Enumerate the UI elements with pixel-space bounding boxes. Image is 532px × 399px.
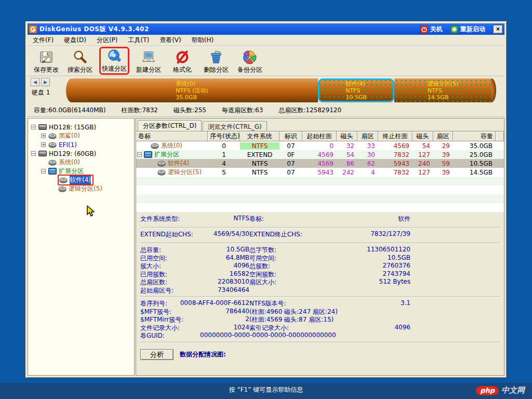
table-cell: 4 xyxy=(208,160,240,167)
disk-bar-segment[interactable]: 系统(0)NTFS (活动)35.0GB xyxy=(66,78,318,102)
table-row[interactable]: −扩展分区1EXTEND0F4569543078321273925.0GB xyxy=(136,150,504,159)
tree-expander-icon[interactable]: − xyxy=(31,151,36,156)
section-divider xyxy=(140,243,500,244)
section-divider xyxy=(140,342,500,343)
shutdown-button[interactable]: 关机 xyxy=(420,25,443,34)
detail-row: 卷序列号:0008-AFF4-000F-6612NTFS版本号:3.1 xyxy=(140,299,500,308)
previous-disk-button[interactable]: ◀ xyxy=(31,78,39,86)
detail-label xyxy=(249,286,325,295)
table-header-cell-1[interactable]: 序号(状态) xyxy=(208,131,240,141)
table-cell: 4569 xyxy=(378,142,413,150)
detail-value: 0008-AFF4-000F-6612 xyxy=(200,299,249,308)
tree-item[interactable]: 逻辑分区(5) xyxy=(28,184,134,193)
toolbar-button-backup[interactable]: 备份分区 xyxy=(235,49,264,75)
help-hint-text: 按 “F1” 键可显示帮助信息 xyxy=(0,385,532,394)
disk-bar-segment[interactable]: 软件(4)NTFS10.5GB xyxy=(318,78,394,102)
disk-partition-bar: 系统(0)NTFS (活动)35.0GB软件(4)NTFS10.5GB逻辑分区(… xyxy=(66,78,500,102)
tree-item[interactable]: +黑鲨(0) xyxy=(28,131,134,140)
table-header-cell-2[interactable]: 文件系统 xyxy=(240,131,280,141)
detail-value: 73406464 xyxy=(200,286,249,295)
close-button[interactable]: × xyxy=(493,25,503,34)
table-row[interactable]: 逻辑分区(5)5NTFS075943242478321273914.5GB xyxy=(136,168,504,177)
tree-expander-icon[interactable]: + xyxy=(41,142,46,147)
detail-label: 总容量: xyxy=(140,246,200,255)
tree-expander-icon[interactable]: − xyxy=(31,125,36,129)
toolbar: 保存更改搜索分区快速分区新建分区格式化删除分区备份分区 xyxy=(28,46,504,76)
table-header-cell-9[interactable]: 扇区 xyxy=(433,131,453,141)
menu-item-5[interactable]: 帮助(H) xyxy=(192,36,214,45)
toolbar-button-search[interactable]: 搜索分区 xyxy=(65,49,95,75)
tree-item-label: 软件(4) xyxy=(70,176,91,184)
table-cell: 29 xyxy=(433,142,453,150)
menu-item-3[interactable]: 工具(T) xyxy=(128,36,149,45)
table-cell: 39 xyxy=(433,151,453,158)
tree-item[interactable]: −HD128: (15GB) xyxy=(28,123,134,131)
toolbar-button-label: 搜索分区 xyxy=(68,65,92,74)
table-header-cell-4[interactable]: 起始柱面 xyxy=(302,131,337,141)
menu-item-0[interactable]: 文件(F) xyxy=(33,36,54,45)
table-header-cell-0[interactable]: 卷标 xyxy=(136,131,208,141)
table-row[interactable]: 系统(0)0NTFS07032334569542935.0GB xyxy=(136,141,504,150)
shutdown-label: 关机 xyxy=(430,25,443,34)
toolbar-button-delete[interactable]: 删除分区 xyxy=(202,49,231,75)
tree-node: HD129: (60GB) xyxy=(38,150,97,157)
tree-expander-icon[interactable]: + xyxy=(41,134,46,138)
details-section: 文件系统类型:NTFS卷标:软件EXTEND起始CHS:4569/54/30EX… xyxy=(136,212,504,346)
table-body: 系统(0)0NTFS07032334569542935.0GB−扩展分区1EXT… xyxy=(136,141,504,212)
tree-item[interactable]: 系统(0) xyxy=(28,158,134,167)
toolbar-button-save[interactable]: 保存更改 xyxy=(32,49,61,75)
disk-bar-segment[interactable]: 逻辑分区(5)NTFS14.5GB xyxy=(394,78,491,102)
analyze-button[interactable]: 分析 xyxy=(140,349,174,360)
table-row-label-cell: 软件(4) xyxy=(136,159,208,168)
menu-item-2[interactable]: 分区(P) xyxy=(97,36,118,45)
partition-icon xyxy=(157,169,166,176)
table-cell: 32 xyxy=(337,142,357,150)
tree-item[interactable]: +EFI(1) xyxy=(28,140,134,149)
tab-0[interactable]: 分区参数(CTRL_D) xyxy=(138,120,202,131)
tab-1[interactable]: 浏览文件(CTRL_G) xyxy=(203,121,267,131)
row-expander-icon[interactable]: − xyxy=(137,152,142,157)
table-header-row: 卷标序号(状态)文件系统标识起始柱面磁头扇区终止柱面磁头扇区容量 xyxy=(136,131,504,141)
table-row[interactable]: 软件(4)4NTFS074569866259432405910.5GB xyxy=(136,159,504,168)
partition-table: 卷标序号(状态)文件系统标识起始柱面磁头扇区终止柱面磁头扇区容量 系统(0)0N… xyxy=(136,131,504,212)
table-header-cell-10[interactable]: 容量 xyxy=(453,131,496,141)
partition-icon xyxy=(151,142,159,149)
menu-bar: 文件(F)硬盘(D)分区(P)工具(T)查看(V)帮助(H) xyxy=(28,35,504,46)
partition-detail-panel: 分区参数(CTRL_D)浏览文件(CTRL_G) 卷标序号(状态)文件系统标识起… xyxy=(136,118,504,376)
next-disk-button[interactable]: ▶ xyxy=(41,78,50,86)
menu-item-1[interactable]: 硬盘(D) xyxy=(64,36,86,45)
table-header-cell-5[interactable]: 磁头 xyxy=(337,131,357,141)
menu-item-4[interactable]: 查看(V) xyxy=(159,36,181,45)
restart-button[interactable]: 重新启动 xyxy=(450,25,485,34)
extended-partition-icon xyxy=(144,151,152,158)
quick-partition-icon xyxy=(107,48,122,64)
table-cell: 4569 xyxy=(302,151,337,158)
table-empty-row xyxy=(136,177,504,185)
table-cell: 07 xyxy=(280,160,302,167)
window-title: DiskGenius DOS版 V4.9.3.402 xyxy=(39,25,418,34)
toolbar-button-new-partition[interactable]: 新建分区 xyxy=(134,49,163,75)
partition-icon xyxy=(48,159,57,166)
tree-node: 系统(0) xyxy=(48,158,81,167)
title-bar: DiskGenius DOS版 V4.9.3.402 关机 重新启动 × xyxy=(28,23,504,35)
table-cell: 242 xyxy=(337,169,357,176)
table-header-cell-8[interactable]: 磁头 xyxy=(413,131,433,141)
detail-row: 文件记录大小:1024索引记录大小:4096 xyxy=(140,324,500,332)
power-icon xyxy=(420,25,428,33)
table-header-cell-7[interactable]: 终止柱面 xyxy=(378,131,413,141)
table-header-cell-6[interactable]: 扇区 xyxy=(357,131,378,141)
disk-info-item-2: 磁头数:255 xyxy=(174,106,206,115)
toolbar-button-format[interactable]: 格式化 xyxy=(168,49,197,75)
brand-suffix: 中文网 xyxy=(501,385,525,395)
toolbar-button-quick-partition[interactable]: 快速分区 xyxy=(99,47,129,75)
tree-item-selected[interactable]: 软件(4) xyxy=(28,176,134,184)
detail-value: 2760376 xyxy=(325,262,410,271)
table-header-cell-3[interactable]: 标识 xyxy=(280,131,302,141)
diskgenius-window: DiskGenius DOS版 V4.9.3.402 关机 重新启动 × 文件(… xyxy=(25,21,507,378)
disk-segment-label: 逻辑分区(5)NTFS14.5GB xyxy=(428,81,459,101)
disk-info-item-0: 容量:60.0GB(61440MB) xyxy=(34,106,105,115)
detail-label: 文件记录大小: xyxy=(140,324,200,332)
tree-expander-icon[interactable]: − xyxy=(41,169,46,174)
detail-row: 卷GUID:00000000-0000-0000-0000-0000000000… xyxy=(140,331,500,340)
tree-item[interactable]: −HD129: (60GB) xyxy=(28,149,134,158)
